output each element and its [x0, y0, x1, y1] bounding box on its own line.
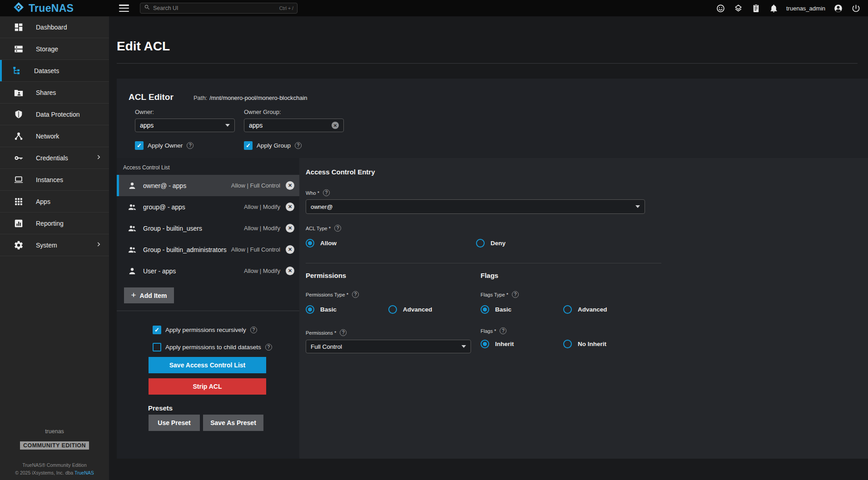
radio-option-advanced[interactable]: Advanced [563, 305, 661, 314]
radio-option-allow[interactable]: Allow [306, 239, 476, 247]
sidebar-item-network[interactable]: Network [0, 125, 109, 147]
sidebar-item-apps[interactable]: Apps [0, 191, 109, 213]
help-icon[interactable]: ? [334, 225, 341, 232]
radio-icon[interactable] [563, 340, 572, 348]
sidebar-item-label: System [36, 242, 57, 249]
truenas-logo[interactable]: TrueNAS [0, 1, 109, 15]
help-icon[interactable]: ? [265, 344, 272, 351]
apply-recursive-row: ✓ Apply permissions recursively ? [153, 326, 299, 334]
save-as-preset-button[interactable]: Save As Preset [203, 415, 263, 431]
edition-badge: COMMUNITY EDITION [20, 441, 89, 450]
remove-entry-icon[interactable]: ✕ [286, 203, 294, 211]
permissions-section: Permissions Permissions Type * ? BasicAd… [306, 263, 476, 353]
sidebar-item-label: Datasets [34, 67, 59, 74]
who-select[interactable]: owner@ [306, 199, 645, 214]
acl-editor-header: ACL Editor Path:/mnt/monero-pool/monero-… [117, 79, 868, 158]
search-input[interactable] [153, 5, 277, 11]
radio-icon[interactable] [388, 305, 397, 314]
truenas-footer-link[interactable]: TrueNAS [74, 470, 94, 475]
alerts-bell-icon[interactable] [769, 3, 779, 13]
clear-icon[interactable]: ✕ [332, 122, 339, 129]
sidebar-toggle-hamburger-icon[interactable] [119, 5, 129, 12]
feedback-smiley-icon[interactable] [715, 3, 725, 13]
help-icon[interactable]: ? [187, 142, 193, 149]
help-icon[interactable]: ? [323, 189, 330, 196]
help-icon[interactable]: ? [500, 327, 506, 334]
apply-child-checkbox[interactable]: ✓ [153, 343, 161, 351]
truecommand-layers-icon[interactable] [733, 3, 743, 13]
global-search[interactable]: Ctrl + / [140, 3, 298, 14]
sidebar-item-dashboard[interactable]: Dashboard [0, 16, 109, 38]
acl-entry-row[interactable]: owner@ - appsAllow | Full Control✕ [117, 175, 299, 196]
owner-group-input[interactable]: apps ✕ [244, 119, 344, 132]
radio-option-inherit[interactable]: Inherit [481, 340, 563, 348]
sidebar-item-storage[interactable]: Storage [0, 38, 109, 60]
help-icon[interactable]: ? [250, 327, 257, 333]
user-avatar-icon[interactable] [833, 3, 843, 13]
sidebar-item-label: Storage [36, 45, 58, 53]
sidebar-item-datasets[interactable]: Datasets [0, 60, 109, 82]
acl-entry-row[interactable]: User - appsAllow | Modify✕ [117, 260, 299, 282]
use-preset-button[interactable]: Use Preset [149, 415, 200, 431]
topbar: TrueNAS Ctrl + / truenas_admin [0, 0, 868, 16]
radio-icon[interactable] [481, 340, 489, 348]
remove-entry-icon[interactable]: ✕ [286, 181, 294, 190]
permissions-select[interactable]: Full Control [306, 340, 471, 353]
page-title: Edit ACL [117, 39, 170, 54]
acl-entry-who: Group - builtin_administrators [143, 246, 227, 253]
radio-option-deny[interactable]: Deny [476, 239, 661, 247]
radio-icon[interactable] [563, 305, 572, 314]
network-icon [14, 131, 24, 141]
apply-group-checkbox[interactable]: ✓ [244, 141, 253, 150]
owner-select[interactable]: apps [135, 119, 235, 132]
acl-list-panel: Access Control List owner@ - appsAllow |… [117, 158, 299, 459]
help-icon[interactable]: ? [512, 291, 519, 298]
apply-owner-checkbox[interactable]: ✓ [135, 141, 144, 150]
add-item-button[interactable]: + Add Item [124, 287, 174, 303]
help-icon[interactable]: ? [340, 329, 347, 336]
flags-label: Flags * ? [481, 327, 661, 334]
sidebar-item-reporting[interactable]: Reporting [0, 213, 109, 234]
power-icon[interactable] [851, 3, 861, 13]
remove-entry-icon[interactable]: ✕ [286, 224, 294, 233]
flags-section: Flags Flags Type * ? BasicAdvanced Flags… [476, 263, 661, 353]
remove-entry-icon[interactable]: ✕ [286, 267, 294, 275]
sidebar-item-shares[interactable]: Shares [0, 82, 109, 104]
sidebar: DashboardStorageDatasetsSharesData Prote… [0, 16, 109, 480]
radio-icon[interactable] [306, 239, 314, 247]
sidebar-item-data-protection[interactable]: Data Protection [0, 104, 109, 125]
save-acl-button[interactable]: Save Access Control List [149, 357, 266, 373]
sidebar-item-system[interactable]: System [0, 234, 109, 256]
sidebar-item-label: Reporting [36, 220, 64, 227]
radio-icon[interactable] [481, 305, 489, 314]
acl-editor-card: ACL Editor Path:/mnt/monero-pool/monero-… [117, 79, 868, 459]
acl-entry-row[interactable]: group@ - appsAllow | Modify✕ [117, 196, 299, 218]
remove-entry-icon[interactable]: ✕ [286, 245, 294, 254]
sidebar-item-credentials[interactable]: Credentials [0, 147, 109, 169]
jobs-clipboard-icon[interactable] [751, 3, 761, 13]
help-icon[interactable]: ? [352, 291, 359, 298]
acl-entry-row[interactable]: Group - builtin_usersAllow | Modify✕ [117, 218, 299, 239]
radio-option-no-inherit[interactable]: No Inherit [563, 340, 661, 348]
strip-acl-button[interactable]: Strip ACL [149, 378, 266, 395]
acl-entry-permission: Allow | Modify [244, 203, 280, 210]
acl-list-title: Access Control List [117, 158, 299, 175]
sidebar-item-instances[interactable]: Instances [0, 169, 109, 191]
radio-option-advanced[interactable]: Advanced [388, 305, 476, 314]
acl-entry-permission: Allow | Modify [244, 225, 280, 232]
acl-entry-row[interactable]: Group - builtin_administratorsAllow | Fu… [117, 239, 299, 260]
person-icon [128, 181, 137, 190]
shares-icon [14, 88, 24, 98]
help-icon[interactable]: ? [295, 142, 302, 149]
permissions-title: Permissions [306, 272, 476, 279]
sidebar-item-label: Apps [36, 198, 50, 205]
plus-icon: + [131, 290, 136, 300]
apply-recursive-checkbox[interactable]: ✓ [153, 326, 161, 334]
radio-option-basic[interactable]: Basic [306, 305, 388, 314]
title-divider [117, 63, 858, 64]
radio-option-basic[interactable]: Basic [481, 305, 563, 314]
radio-icon[interactable] [306, 305, 314, 314]
acl-editor-title: ACL Editor [129, 92, 174, 102]
radio-icon[interactable] [476, 239, 485, 247]
owner-label: Owner: [135, 109, 235, 115]
